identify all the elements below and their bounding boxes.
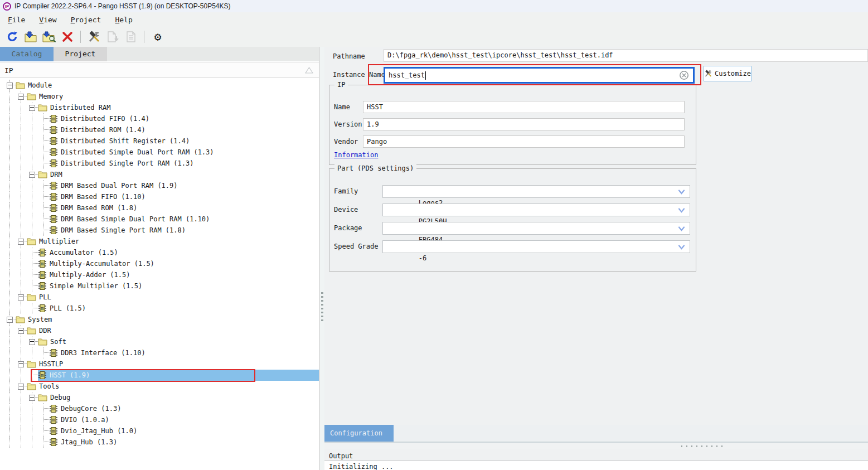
clear-input-button[interactable] [679,70,689,80]
ip-core-icon: m [49,192,58,201]
collapse-expander-icon[interactable] [7,83,13,89]
tree-item-distributed-shift-register-1-4[interactable]: mDistributed Shift Register (1.4) [0,135,319,147]
tree-item-debug[interactable]: Debug [0,392,319,403]
information-link[interactable]: Information [334,151,378,159]
horizontal-splitter[interactable] [324,443,868,449]
device-dropdown[interactable]: PG2L50H [382,203,690,216]
tree-item-pll[interactable]: PLL [0,292,319,303]
refresh-icon [6,31,18,43]
tree-item-hsst-1-9[interactable]: mHSST (1.9) [0,370,319,381]
collapse-expander-icon[interactable] [29,395,35,401]
collapse-expander-icon[interactable] [18,384,24,390]
collapse-expander-icon[interactable] [29,339,35,345]
tree-item-soft[interactable]: Soft [0,336,319,347]
tree-item-drm-based-rom-1-8[interactable]: mDRM Based ROM (1.8) [0,202,319,214]
tree-item-distributed-fifo-1-4[interactable]: mDistributed FIFO (1.4) [0,113,319,124]
speed-grade-label: Speed Grade [334,242,378,251]
tree-item-dvio-jtag-hub-1-0[interactable]: mDvio_Jtag_Hub (1.0) [0,425,319,437]
tree-item-label: Dvio_Jtag_Hub (1.0) [61,425,137,437]
ip-core-icon: m [49,226,58,235]
collapse-expander-icon[interactable] [29,105,35,111]
tree-item-pll-1-5[interactable]: mPLL (1.5) [0,303,319,314]
collapse-expander-icon[interactable] [18,328,24,334]
tab-configuration[interactable]: Configuration [324,425,394,442]
tree-item-label: Distributed ROM (1.4) [61,124,146,135]
svg-text:m: m [41,261,43,267]
svg-text:m: m [41,272,43,278]
pathname-field[interactable]: D:\fpga_rk\demo\hsst_test\ipcore\hsst_te… [384,49,868,62]
splitter-handle[interactable] [321,292,323,322]
ip-core-icon: m [49,114,58,123]
tree-item-ddr[interactable]: DDR [0,325,319,336]
svg-text:m: m [52,216,55,222]
menu-view[interactable]: View [33,14,65,26]
collapse-expander-icon[interactable] [7,317,13,323]
tab-catalog[interactable]: Catalog [0,47,54,61]
tree-item-drm-based-simple-dual-port-ram-1-10[interactable]: mDRM Based Simple Dual Port RAM (1.10) [0,214,319,225]
tree-item-memory[interactable]: Memory [0,91,319,102]
vertical-splitter[interactable] [320,47,324,470]
ip-core-icon: m [49,192,58,201]
collapse-expander-icon[interactable] [18,294,24,301]
menu-file[interactable]: File [2,14,33,26]
open-project-button[interactable] [22,29,39,45]
speed-grade-value: -6 [419,254,426,262]
tree-item-multiply-adder-1-5[interactable]: mMultiply-Adder (1.5) [0,269,319,280]
package-dropdown[interactable]: FBG484 [382,222,690,235]
tree-item-distributed-simple-dual-port-ram-1-3[interactable]: mDistributed Simple Dual Port RAM (1.3) [0,147,319,158]
ip-core-icon: m [38,304,47,313]
tree-column-title: IP [4,66,13,75]
open-search-button[interactable] [41,29,57,45]
tree-item-multiplier[interactable]: Multiplier [0,236,319,247]
open-search-icon [42,31,56,43]
tree-item-distributed-single-port-ram-1-3[interactable]: mDistributed Single Port RAM (1.3) [0,158,319,169]
tree-item-system[interactable]: System [0,314,319,325]
instance-name-input[interactable]: hsst_test [384,67,695,84]
ip-name-value: HSST [363,101,685,113]
tree-item-drm-based-dual-port-ram-1-9[interactable]: mDRM Based Dual Port RAM (1.9) [0,180,319,191]
tree-item-drm[interactable]: DRM [0,169,319,180]
tree-item-drm-based-single-port-ram-1-8[interactable]: mDRM Based Single Port RAM (1.8) [0,225,319,236]
tree-item-distributed-rom-1-4[interactable]: mDistributed ROM (1.4) [0,124,319,135]
tree-item-module[interactable]: Module [0,80,319,91]
folder-icon [16,316,25,323]
customize-button[interactable]: Customize [704,66,751,81]
tree-item-accumulator-1-5[interactable]: mAccumulator (1.5) [0,247,319,258]
delete-button[interactable] [59,29,76,45]
tree-item-simple-multiplier-1-5[interactable]: mSimple Multiplier (1.5) [0,280,319,292]
tab-project[interactable]: Project [54,47,107,61]
customize-tools-icon [704,70,712,77]
collapse-expander-icon[interactable] [18,239,24,245]
tree-item-distributed-ram[interactable]: Distributed RAM [0,102,319,113]
collapse-expander-icon[interactable] [29,172,35,178]
family-dropdown[interactable]: Logos2 [382,185,690,198]
menu-project[interactable]: Project [65,14,110,26]
tree-item-jtag-hub-1-3[interactable]: mJtag_Hub (1.3) [0,437,319,448]
tree-item-hsstlp[interactable]: HSSTLP [0,358,319,370]
ip-version-value: 1.9 [363,118,685,130]
tree-item-label: Simple Multiplier (1.5) [50,280,142,292]
collapse-expander-icon[interactable] [18,94,24,100]
generate-doc-button[interactable] [104,29,121,45]
ip-core-icon: m [49,125,58,134]
tree-item-ddr3-interface-1-10[interactable]: mDDR3 Interface (1.10) [0,347,319,358]
tree-item-dvio-1-0-a[interactable]: mDVIO (1.0.a) [0,414,319,425]
tree-item-tools[interactable]: Tools [0,381,319,392]
tree-item-multiply-accumulator-1-5[interactable]: mMultiply-Accumulator (1.5) [0,258,319,269]
svg-text:m: m [52,439,55,445]
ip-core-icon: m [38,371,47,380]
sort-indicator-icon[interactable] [305,67,313,74]
customize-tools-button[interactable] [86,29,103,45]
collapse-expander-icon[interactable] [18,361,24,367]
tree-item-debugcore-1-3[interactable]: mDebugCore (1.3) [0,403,319,414]
ip-core-icon: m [49,181,58,190]
settings-button[interactable]: ⚙ [149,29,166,45]
refresh-button[interactable] [4,29,21,45]
menu-help[interactable]: Help [109,14,140,26]
tree-item-drm-based-fifo-1-10[interactable]: mDRM Based FIFO (1.10) [0,191,319,202]
tree-item-label: Distributed FIFO (1.4) [61,113,149,124]
speed-grade-dropdown[interactable]: -6 [382,240,690,253]
splitter-handle[interactable] [681,445,725,447]
document-button[interactable] [123,29,139,45]
ip-core-icon: m [49,438,58,447]
